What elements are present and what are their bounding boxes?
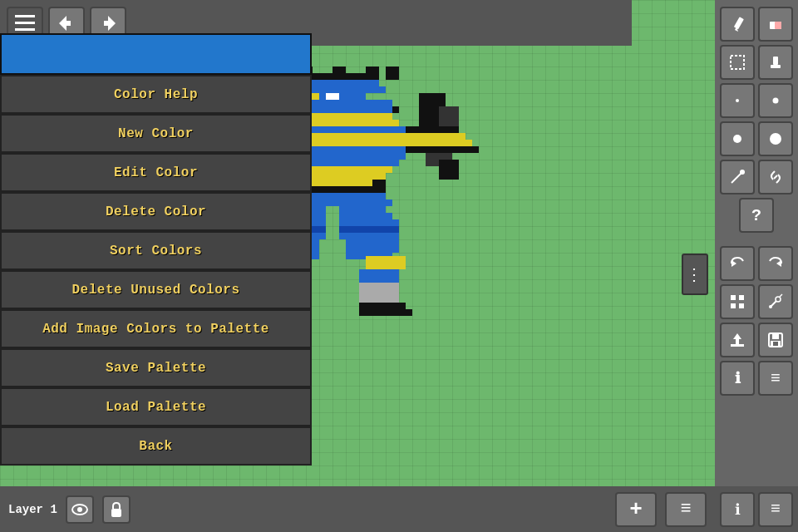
save-button[interactable] xyxy=(758,323,793,357)
svg-point-123 xyxy=(77,507,82,512)
svg-rect-110 xyxy=(739,303,744,308)
menu-item-back[interactable]: Back xyxy=(0,426,312,466)
svg-rect-19 xyxy=(332,66,346,73)
svg-rect-119 xyxy=(772,333,779,339)
svg-rect-48 xyxy=(406,126,459,133)
menu-item-color-help[interactable]: Color Help xyxy=(0,75,312,114)
svg-rect-8 xyxy=(326,93,339,100)
tool-row-2 xyxy=(720,45,793,80)
wand-tool-button[interactable] xyxy=(720,160,755,195)
svg-rect-20 xyxy=(366,66,379,80)
svg-marker-89 xyxy=(59,16,71,31)
svg-line-114 xyxy=(780,294,782,297)
menu-item-delete-unused[interactable]: Delete Unused Colors xyxy=(0,270,312,309)
svg-point-101 xyxy=(770,133,781,145)
svg-point-113 xyxy=(769,305,772,308)
svg-rect-107 xyxy=(731,295,736,300)
help-button[interactable]: ? xyxy=(739,198,774,233)
svg-point-103 xyxy=(740,170,745,175)
svg-rect-53 xyxy=(439,160,459,180)
layer-lock-button[interactable] xyxy=(102,495,131,524)
svg-rect-74 xyxy=(339,233,399,239)
settings-button[interactable]: ≡ xyxy=(758,361,793,396)
layer-name-label: Layer 1 xyxy=(8,503,57,516)
menu-item-delete-color[interactable]: Delete Color xyxy=(0,192,312,231)
menu-item-add-image-colors[interactable]: Add Image Colors to Palette xyxy=(0,309,312,348)
dot-size-2-button[interactable] xyxy=(758,83,793,118)
pencil-tool-button[interactable] xyxy=(720,7,755,42)
svg-marker-90 xyxy=(104,16,116,31)
right-toolbar: ? xyxy=(715,0,798,532)
svg-rect-71 xyxy=(339,213,392,219)
svg-rect-49 xyxy=(406,133,466,140)
menu-item-save-palette[interactable]: Save Palette xyxy=(0,348,312,387)
dropdown-menu: Color Help New Color Edit Color Delete C… xyxy=(0,33,312,466)
undo-redo-row xyxy=(720,246,793,281)
bottom-settings-button[interactable]: ≡ xyxy=(758,492,793,527)
tool-row-6 xyxy=(720,323,793,357)
svg-rect-75 xyxy=(346,239,399,246)
svg-marker-116 xyxy=(733,333,741,339)
svg-point-98 xyxy=(736,99,739,102)
svg-rect-121 xyxy=(773,342,778,346)
import-button[interactable] xyxy=(720,323,755,357)
svg-point-100 xyxy=(733,135,741,143)
svg-rect-51 xyxy=(406,146,479,153)
svg-rect-96 xyxy=(771,65,781,68)
svg-rect-88 xyxy=(15,28,35,31)
bottom-toolbar: Layer 1 + ≡ xyxy=(0,486,715,532)
svg-rect-79 xyxy=(359,269,399,276)
svg-rect-117 xyxy=(736,339,739,345)
svg-rect-21 xyxy=(386,66,399,80)
grid-button[interactable] xyxy=(720,284,755,319)
svg-rect-50 xyxy=(406,140,472,146)
tool-row-4: ? xyxy=(739,198,774,233)
tool-row-3 xyxy=(720,160,793,195)
eyedropper-button[interactable] xyxy=(758,284,793,319)
eraser-tool-button[interactable] xyxy=(758,7,793,42)
three-dot-menu-button[interactable]: ⋮ xyxy=(682,254,708,295)
svg-marker-105 xyxy=(732,260,736,267)
svg-rect-86 xyxy=(15,15,35,17)
svg-rect-80 xyxy=(359,276,399,283)
menu-item-load-palette[interactable]: Load Palette xyxy=(0,387,312,426)
dot-size-row xyxy=(720,83,793,118)
svg-rect-84 xyxy=(359,303,406,309)
dot-size-1-button[interactable] xyxy=(720,83,755,118)
bottom-right-toolbar: ℹ ≡ xyxy=(715,486,798,532)
tool-row-1 xyxy=(720,7,793,42)
svg-rect-109 xyxy=(731,303,736,308)
svg-rect-81 xyxy=(359,283,399,289)
svg-marker-106 xyxy=(776,260,781,267)
svg-line-102 xyxy=(732,173,741,183)
svg-rect-70 xyxy=(339,206,386,213)
svg-rect-11 xyxy=(359,93,366,100)
add-layer-button[interactable]: + xyxy=(615,492,657,527)
select-tool-button[interactable] xyxy=(720,45,755,80)
svg-rect-82 xyxy=(359,289,399,296)
svg-rect-108 xyxy=(739,295,744,300)
svg-rect-91 xyxy=(734,17,744,29)
dot-size-row-2 xyxy=(720,121,793,156)
redo-tool-button[interactable] xyxy=(758,246,793,281)
layers-menu-button[interactable]: ≡ xyxy=(665,492,707,527)
dot-size-3-button[interactable] xyxy=(720,121,755,156)
link-tool-button[interactable] xyxy=(758,160,793,195)
svg-rect-94 xyxy=(775,22,781,29)
menu-item-sort-colors[interactable]: Sort Colors xyxy=(0,231,312,270)
undo-tool-button[interactable] xyxy=(720,246,755,281)
dot-size-4-button[interactable] xyxy=(758,121,793,156)
stamp-tool-button[interactable] xyxy=(758,45,793,80)
svg-point-99 xyxy=(773,98,779,104)
info-button[interactable]: ℹ xyxy=(720,361,755,396)
svg-rect-72 xyxy=(339,219,399,226)
layer-visibility-button[interactable] xyxy=(66,495,94,524)
menu-item-new-color[interactable]: New Color xyxy=(0,114,312,153)
svg-rect-15 xyxy=(392,106,399,113)
svg-rect-9 xyxy=(339,93,346,100)
bottom-info-button[interactable]: ℹ xyxy=(720,492,755,527)
menu-item-edit-color[interactable]: Edit Color xyxy=(0,153,312,192)
svg-rect-73 xyxy=(339,226,399,233)
svg-rect-83 xyxy=(359,296,399,303)
svg-rect-7 xyxy=(319,93,326,100)
